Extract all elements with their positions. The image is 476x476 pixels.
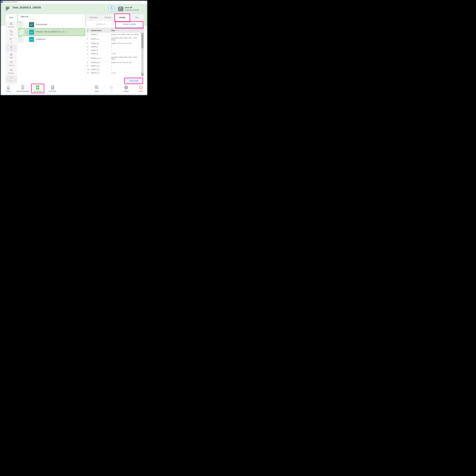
active-subtab-underline bbox=[115, 28, 144, 28]
delete-icon bbox=[10, 53, 13, 57]
tool-label: Row Down bbox=[8, 72, 14, 74]
row-index: 002 bbox=[19, 36, 20, 37]
task-title: Task_20240513_160036 bbox=[12, 6, 41, 9]
subtab-variable-list[interactable]: Variable List bbox=[86, 21, 115, 28]
power-icon bbox=[138, 85, 143, 90]
suppress-icon bbox=[10, 76, 13, 80]
scrollbar-thumb[interactable] bbox=[141, 36, 144, 48]
tool-multi-select[interactable]: Multi-Select bbox=[6, 21, 17, 29]
variable-row-partial[interactable]: posx(400.0, 500.0, 500.0, 180.0, -180.0, bbox=[86, 75, 144, 76]
expand-chevron-button[interactable] bbox=[25, 31, 28, 34]
task-row-label: GlobalVariables bbox=[36, 23, 48, 26]
col-num: # bbox=[87, 28, 88, 33]
variable-row[interactable]: 4 System_b 1 bbox=[86, 45, 144, 49]
workcell-manager-icon bbox=[20, 85, 25, 90]
tool-item-partial bbox=[6, 83, 17, 85]
nav-power[interactable]: Power bbox=[134, 85, 148, 93]
copy-icon bbox=[10, 30, 13, 34]
task-row-label: MainSub ( Task Vel. 250.000, Acc. 1,0⋯ ) bbox=[36, 31, 67, 33]
tab-property[interactable]: Property bbox=[101, 14, 115, 21]
tab-variable[interactable]: Variable bbox=[115, 14, 130, 21]
app-logo-icon: D bbox=[1, 1, 3, 3]
subtab-system-variable[interactable]: System Variable bbox=[115, 21, 144, 28]
task-row-globalvariables[interactable]: 000 Global Var. GlobalVariables bbox=[18, 21, 85, 29]
nav-setting[interactable]: Setting bbox=[119, 85, 133, 93]
nav-task-builder[interactable]: Task Builder bbox=[31, 85, 45, 93]
global-var-badge: Global bbox=[30, 23, 33, 25]
variable-row[interactable]: 6 System_B 1,2,3,4 bbox=[86, 52, 144, 55]
tab-command[interactable]: Command bbox=[86, 14, 101, 21]
task-list-title: Task List bbox=[21, 16, 28, 18]
nav-home[interactable]: Home bbox=[1, 85, 16, 93]
scrollbar-up-button[interactable]: ▲ bbox=[141, 33, 144, 36]
tool-row-down[interactable]: Row Down bbox=[6, 68, 17, 75]
maximize-icon bbox=[136, 1, 137, 3]
start-badge: Start bbox=[30, 32, 33, 33]
tool-cut[interactable]: Cut bbox=[6, 36, 17, 44]
window-title: DART-Platform GV02110200 bbox=[3, 1, 17, 2]
task-row-mainsub-selected[interactable]: 001 Start MainSub ( Task Vel. 250.000, A… bbox=[18, 29, 85, 36]
manual-hand-icon bbox=[118, 7, 123, 11]
nav-task-writer[interactable]: Task Writer bbox=[45, 85, 60, 93]
robot-gripper-button[interactable] bbox=[109, 6, 114, 12]
app-window: D DART-Platform GV02110200 — ✕ Task_2024… bbox=[0, 0, 148, 96]
variable-table-header: # Variable Name Value bbox=[86, 28, 144, 33]
variable-row[interactable]: 2 System_a_1 posx(100.0, 500.0, 500.0, 1… bbox=[86, 36, 144, 42]
cut-icon bbox=[10, 38, 13, 41]
variable-row[interactable]: 1 System_a posx(0.0, 34.5, 1652.5, 180.0… bbox=[86, 33, 144, 36]
scrollbar-down-button[interactable]: ▼ bbox=[141, 73, 144, 76]
variable-row[interactable]: 5 System_A 2 bbox=[86, 49, 144, 52]
task-row-label: EndMainSub bbox=[36, 38, 45, 40]
gripper-icon bbox=[110, 7, 113, 11]
end-badge: End bbox=[30, 39, 33, 40]
tool-copy[interactable]: Copy bbox=[6, 29, 17, 36]
col-value: Value bbox=[111, 28, 115, 33]
tool-label: Row Up bbox=[9, 65, 13, 66]
tool-row-up[interactable]: Row Up bbox=[6, 60, 17, 67]
row-index: 001 bbox=[19, 29, 21, 30]
servo-status: Servo Off bbox=[125, 7, 132, 8]
tool-delete[interactable]: Delete bbox=[6, 52, 17, 59]
tool-label: Copy bbox=[10, 34, 13, 35]
tool-label: Suppress bbox=[9, 80, 14, 82]
status-icon bbox=[94, 85, 99, 90]
tab-play[interactable]: Play bbox=[130, 14, 144, 21]
chevron-down-icon bbox=[26, 31, 28, 34]
nav-workcell-manager[interactable]: Workcell Manager bbox=[16, 85, 30, 93]
task-row-endmainsub[interactable]: 002 End EndMainSub bbox=[18, 36, 85, 43]
title-bar: D DART-Platform GV02110200 — ✕ bbox=[0, 0, 147, 4]
task-builder-icon bbox=[35, 85, 40, 90]
minimize-button[interactable]: — bbox=[132, 1, 134, 3]
variable-row[interactable]: 7 System_a_1_1 posx(100.0, 500.0, 500.0,… bbox=[86, 55, 144, 61]
variable-row[interactable]: 8 System_aa_1 posj(0.0, 0.0, 0.0, 0.0, 0… bbox=[86, 61, 144, 64]
paste-icon bbox=[10, 45, 13, 49]
col-variable-name: Variable Name bbox=[91, 28, 102, 33]
tools-panel: Tools Multi-Select Copy bbox=[6, 14, 17, 85]
tools-panel-title: Tools bbox=[6, 14, 17, 21]
task-list-panel: Task List 000 Global Var. GlobalVariable… bbox=[18, 14, 85, 85]
edit-add-button[interactable]: Edit & Add bbox=[126, 79, 142, 83]
tool-paste: Paste bbox=[6, 44, 17, 52]
tool-label: Delete bbox=[10, 57, 13, 58]
variable-row[interactable]: 10 System_A_1 2 bbox=[86, 68, 144, 71]
jog-icon bbox=[109, 85, 114, 90]
tool-suppress: Suppress bbox=[6, 75, 17, 83]
menu-icon[interactable] bbox=[6, 7, 10, 11]
tool-label: Cut bbox=[10, 42, 12, 43]
variable-row[interactable]: 11 System_B_1 1,2,3,4 bbox=[86, 71, 144, 75]
row-down-icon bbox=[10, 68, 13, 72]
row-up-icon bbox=[10, 61, 13, 65]
setting-icon bbox=[124, 85, 129, 90]
nav-status[interactable]: Status bbox=[90, 85, 104, 93]
tool-label: Multi-Select bbox=[8, 26, 14, 28]
tool-label: Paste bbox=[10, 50, 13, 51]
variable-row[interactable]: 9 System_b_1 1 bbox=[86, 64, 144, 68]
row-index: 000 bbox=[19, 21, 20, 23]
multi-select-icon bbox=[10, 22, 13, 26]
status-datetime: 2024.05.13 4:01:55 PM bbox=[125, 9, 139, 11]
maximize-button[interactable] bbox=[135, 1, 137, 3]
nav-jog: Jog bbox=[104, 85, 119, 93]
variable-row[interactable]: 3 System_aa posj(0.0, 0.0, 0.0, 0.0, 0.0… bbox=[86, 42, 144, 45]
home-icon bbox=[6, 85, 11, 90]
close-button[interactable]: ✕ bbox=[139, 1, 140, 3]
